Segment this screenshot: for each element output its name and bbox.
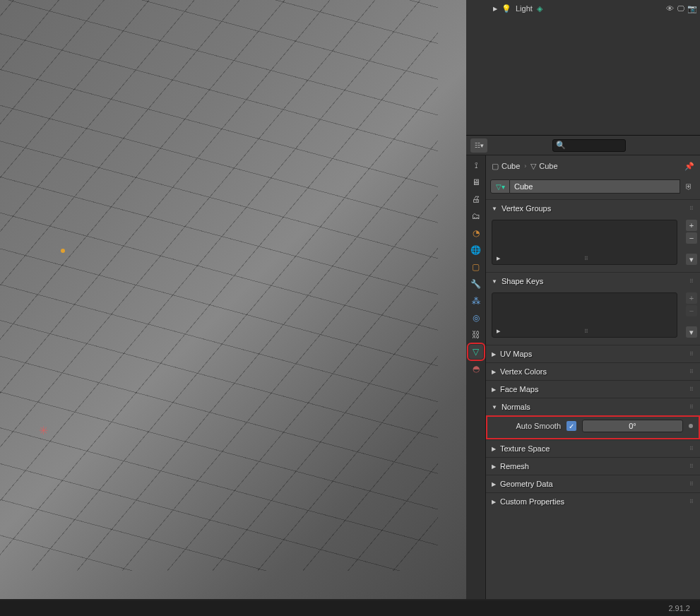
properties-search-input[interactable]: 🔍 bbox=[552, 139, 626, 152]
vertex-groups-list[interactable]: ▶ ⠿ bbox=[492, 220, 677, 265]
remove-vertex-group-button[interactable]: − bbox=[686, 232, 697, 244]
tab-render[interactable]: 🖥 bbox=[469, 175, 483, 189]
list-expand-icon[interactable]: ▶ bbox=[497, 256, 500, 261]
chevron-down-icon: ▼ bbox=[492, 278, 497, 285]
shape-key-specials-dropdown[interactable]: ▾ bbox=[686, 326, 697, 338]
outliner-panel[interactable]: ▶ 💡 Light ◈ 👁 🖵 📷 bbox=[466, 0, 700, 136]
scene-icon: ◔ bbox=[473, 228, 480, 238]
drag-handle-icon[interactable]: ⠿ bbox=[689, 206, 694, 212]
tab-viewlayer[interactable]: 🗂 bbox=[469, 209, 483, 223]
outliner-item-label[interactable]: Light bbox=[516, 4, 533, 13]
viewlayer-icon: 🗂 bbox=[472, 211, 480, 221]
chevron-right-icon: ▶ bbox=[492, 499, 496, 505]
editor-type-dropdown[interactable]: ☷▾ bbox=[470, 138, 487, 153]
properties-header: ☷▾ 🔍 bbox=[466, 136, 700, 155]
3d-viewport[interactable] bbox=[0, 0, 466, 599]
panel-label: Custom Properties bbox=[500, 497, 564, 506]
panel-vertex-groups: ▼ Vertex Groups ⠿ ▶ ⠿ bbox=[486, 199, 700, 265]
particle-icon: ⁂ bbox=[472, 296, 480, 306]
fake-user-shield-icon[interactable]: ⛨ bbox=[682, 179, 696, 194]
status-bar: 2.91.2 bbox=[0, 600, 700, 616]
panel-header-uv-maps[interactable]: ▶ UV Maps ⠿ bbox=[486, 345, 700, 362]
panel-remesh: ▶ Remesh ⠿ bbox=[486, 457, 700, 475]
panel-uv-maps: ▶ UV Maps ⠿ bbox=[486, 345, 700, 362]
constraint-icon: ⛓ bbox=[472, 330, 480, 340]
drag-handle-icon[interactable]: ⠿ bbox=[689, 404, 694, 410]
chevron-right-icon: ▶ bbox=[492, 463, 496, 470]
panel-normals: ▼ Normals ⠿ Auto Smooth ✓ 0° bbox=[486, 398, 700, 439]
panel-header-custom-properties[interactable]: ▶ Custom Properties ⠿ bbox=[486, 493, 700, 510]
outliner-item-light[interactable]: ▶ 💡 Light ◈ 👁 🖵 📷 bbox=[469, 1, 697, 16]
datablock-name-input[interactable]: Cube bbox=[510, 179, 680, 194]
breadcrumb-data[interactable]: ▽ Cube bbox=[530, 162, 557, 171]
drag-handle-icon[interactable]: ⠿ bbox=[689, 499, 694, 505]
chevron-down-icon: ▼ bbox=[492, 404, 497, 410]
tab-physics[interactable]: ◎ bbox=[469, 311, 483, 325]
viewport-display-icon[interactable]: 🖵 bbox=[677, 4, 684, 13]
panel-header-face-maps[interactable]: ▶ Face Maps ⠿ bbox=[486, 381, 700, 398]
chevron-right-icon: ▶ bbox=[492, 351, 496, 357]
drag-handle-icon[interactable]: ⠿ bbox=[689, 481, 694, 487]
panel-texture-space: ▶ Texture Space ⠿ bbox=[486, 439, 700, 457]
drag-handle-icon[interactable]: ⠿ bbox=[689, 386, 694, 393]
object-origin-indicator bbox=[61, 249, 65, 253]
tab-tool[interactable]: ⟟ bbox=[469, 158, 483, 172]
add-shape-key-button[interactable]: + bbox=[686, 292, 697, 304]
breadcrumb-object[interactable]: ▢ Cube bbox=[492, 162, 520, 171]
list-grip-icon[interactable]: ⠿ bbox=[584, 256, 589, 262]
shape-keys-list[interactable]: ▶ ⠿ bbox=[492, 292, 677, 338]
object-icon: ▢ bbox=[492, 162, 499, 171]
pin-icon[interactable]: 📌 bbox=[684, 162, 694, 171]
panel-label: Vertex Groups bbox=[502, 204, 551, 213]
list-grip-icon[interactable]: ⠿ bbox=[584, 328, 589, 335]
auto-smooth-angle-slider[interactable]: 0° bbox=[582, 420, 683, 432]
render-enable-icon[interactable]: 📷 bbox=[687, 4, 697, 13]
panel-label: Geometry Data bbox=[500, 480, 553, 488]
panel-custom-properties: ▶ Custom Properties ⠿ bbox=[486, 492, 700, 510]
add-vertex-group-button[interactable]: + bbox=[686, 220, 697, 231]
panel-header-remesh[interactable]: ▶ Remesh ⠿ bbox=[486, 458, 700, 475]
auto-smooth-checkbox[interactable]: ✓ bbox=[566, 421, 576, 431]
physics-icon: ◎ bbox=[473, 313, 480, 323]
panel-label: Normals bbox=[502, 403, 530, 411]
expand-icon[interactable]: ▶ bbox=[493, 6, 497, 12]
lamp-icon: 💡 bbox=[502, 4, 511, 13]
breadcrumb-object-label: Cube bbox=[502, 162, 520, 170]
light-data-icon[interactable]: ◈ bbox=[537, 4, 542, 13]
panel-header-texture-space[interactable]: ▶ Texture Space ⠿ bbox=[486, 440, 700, 457]
panel-header-shape-keys[interactable]: ▼ Shape Keys ⠿ bbox=[486, 273, 700, 290]
render-icon: 🖥 bbox=[472, 177, 480, 187]
panel-header-vertex-colors[interactable]: ▶ Vertex Colors ⠿ bbox=[486, 363, 700, 380]
tab-particle[interactable]: ⁂ bbox=[469, 294, 483, 308]
panel-label: Vertex Colors bbox=[500, 367, 547, 376]
tab-scene[interactable]: ◔ bbox=[469, 226, 483, 240]
list-expand-icon[interactable]: ▶ bbox=[497, 328, 500, 334]
drag-handle-icon[interactable]: ⠿ bbox=[689, 369, 694, 375]
drag-handle-icon[interactable]: ⠿ bbox=[689, 278, 694, 285]
tab-mesh-data[interactable]: ▽ bbox=[469, 345, 483, 359]
panel-label: Remesh bbox=[500, 462, 529, 470]
tab-world[interactable]: 🌐 bbox=[469, 243, 483, 257]
datablock-type-dropdown[interactable]: ▽▾ bbox=[490, 179, 510, 194]
panel-header-vertex-groups[interactable]: ▼ Vertex Groups ⠿ bbox=[486, 200, 700, 217]
vertex-group-specials-dropdown[interactable]: ▾ bbox=[686, 254, 697, 265]
animate-property-icon[interactable] bbox=[689, 424, 693, 428]
mesh-data-icon: ▽ bbox=[473, 347, 479, 357]
search-icon: 🔍 bbox=[556, 141, 566, 150]
mesh-icon: ▽ bbox=[530, 162, 536, 171]
tab-output[interactable]: 🖨 bbox=[469, 192, 483, 206]
drag-handle-icon[interactable]: ⠿ bbox=[689, 446, 694, 452]
drag-handle-icon[interactable]: ⠿ bbox=[689, 463, 694, 470]
panel-label: Face Maps bbox=[500, 385, 538, 393]
panel-face-maps: ▶ Face Maps ⠿ bbox=[486, 380, 700, 398]
chevron-right-icon: ▶ bbox=[492, 446, 496, 452]
panel-header-geometry-data[interactable]: ▶ Geometry Data ⠿ bbox=[486, 475, 700, 492]
visibility-eye-icon[interactable]: 👁 bbox=[666, 4, 674, 13]
tab-object[interactable]: ▢ bbox=[469, 260, 483, 274]
3d-cursor-icon bbox=[39, 424, 53, 438]
tab-material[interactable]: ◓ bbox=[469, 362, 483, 376]
panel-header-normals[interactable]: ▼ Normals ⠿ bbox=[486, 398, 700, 415]
tab-constraint[interactable]: ⛓ bbox=[469, 328, 483, 342]
tab-modifier[interactable]: 🔧 bbox=[469, 277, 483, 291]
drag-handle-icon[interactable]: ⠿ bbox=[689, 351, 694, 357]
